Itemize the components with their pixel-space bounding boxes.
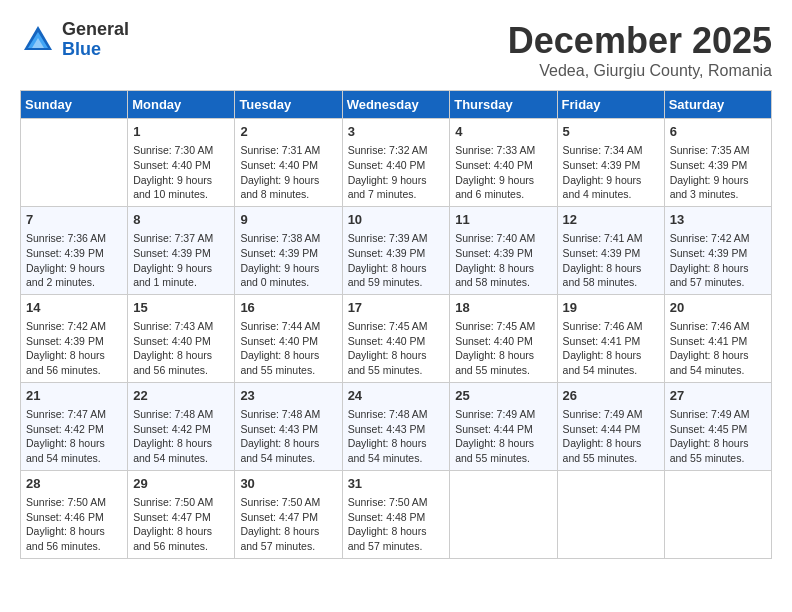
calendar-cell: 24Sunrise: 7:48 AMSunset: 4:43 PMDayligh… [342, 382, 450, 470]
calendar-body: 1Sunrise: 7:30 AMSunset: 4:40 PMDaylight… [21, 119, 772, 559]
calendar-cell [450, 470, 557, 558]
day-of-week-sunday: Sunday [21, 91, 128, 119]
calendar-cell: 21Sunrise: 7:47 AMSunset: 4:42 PMDayligh… [21, 382, 128, 470]
calendar-cell: 12Sunrise: 7:41 AMSunset: 4:39 PMDayligh… [557, 206, 664, 294]
month-title: December 2025 [508, 20, 772, 62]
day-info: Sunrise: 7:50 AMSunset: 4:47 PMDaylight:… [133, 495, 229, 554]
day-number: 13 [670, 211, 766, 229]
day-number: 15 [133, 299, 229, 317]
calendar-header: SundayMondayTuesdayWednesdayThursdayFrid… [21, 91, 772, 119]
day-info: Sunrise: 7:49 AMSunset: 4:44 PMDaylight:… [455, 407, 551, 466]
day-info: Sunrise: 7:38 AMSunset: 4:39 PMDaylight:… [240, 231, 336, 290]
calendar-cell: 10Sunrise: 7:39 AMSunset: 4:39 PMDayligh… [342, 206, 450, 294]
week-row-1: 1Sunrise: 7:30 AMSunset: 4:40 PMDaylight… [21, 119, 772, 207]
calendar-cell: 11Sunrise: 7:40 AMSunset: 4:39 PMDayligh… [450, 206, 557, 294]
day-number: 7 [26, 211, 122, 229]
day-number: 11 [455, 211, 551, 229]
day-number: 2 [240, 123, 336, 141]
day-info: Sunrise: 7:36 AMSunset: 4:39 PMDaylight:… [26, 231, 122, 290]
header-row: SundayMondayTuesdayWednesdayThursdayFrid… [21, 91, 772, 119]
calendar-cell: 8Sunrise: 7:37 AMSunset: 4:39 PMDaylight… [128, 206, 235, 294]
calendar-cell [557, 470, 664, 558]
day-info: Sunrise: 7:35 AMSunset: 4:39 PMDaylight:… [670, 143, 766, 202]
day-info: Sunrise: 7:30 AMSunset: 4:40 PMDaylight:… [133, 143, 229, 202]
day-info: Sunrise: 7:46 AMSunset: 4:41 PMDaylight:… [563, 319, 659, 378]
logo: General Blue [20, 20, 129, 60]
calendar-cell: 26Sunrise: 7:49 AMSunset: 4:44 PMDayligh… [557, 382, 664, 470]
calendar-cell: 5Sunrise: 7:34 AMSunset: 4:39 PMDaylight… [557, 119, 664, 207]
day-info: Sunrise: 7:46 AMSunset: 4:41 PMDaylight:… [670, 319, 766, 378]
calendar-cell: 18Sunrise: 7:45 AMSunset: 4:40 PMDayligh… [450, 294, 557, 382]
day-number: 24 [348, 387, 445, 405]
day-number: 20 [670, 299, 766, 317]
day-info: Sunrise: 7:48 AMSunset: 4:43 PMDaylight:… [240, 407, 336, 466]
week-row-2: 7Sunrise: 7:36 AMSunset: 4:39 PMDaylight… [21, 206, 772, 294]
day-number: 19 [563, 299, 659, 317]
week-row-4: 21Sunrise: 7:47 AMSunset: 4:42 PMDayligh… [21, 382, 772, 470]
day-number: 29 [133, 475, 229, 493]
day-info: Sunrise: 7:31 AMSunset: 4:40 PMDaylight:… [240, 143, 336, 202]
day-info: Sunrise: 7:49 AMSunset: 4:45 PMDaylight:… [670, 407, 766, 466]
calendar: SundayMondayTuesdayWednesdayThursdayFrid… [20, 90, 772, 559]
day-info: Sunrise: 7:32 AMSunset: 4:40 PMDaylight:… [348, 143, 445, 202]
calendar-cell: 23Sunrise: 7:48 AMSunset: 4:43 PMDayligh… [235, 382, 342, 470]
day-info: Sunrise: 7:37 AMSunset: 4:39 PMDaylight:… [133, 231, 229, 290]
day-number: 21 [26, 387, 122, 405]
day-number: 12 [563, 211, 659, 229]
calendar-cell: 7Sunrise: 7:36 AMSunset: 4:39 PMDaylight… [21, 206, 128, 294]
calendar-cell: 31Sunrise: 7:50 AMSunset: 4:48 PMDayligh… [342, 470, 450, 558]
day-number: 25 [455, 387, 551, 405]
day-number: 31 [348, 475, 445, 493]
day-number: 28 [26, 475, 122, 493]
location: Vedea, Giurgiu County, Romania [508, 62, 772, 80]
day-number: 23 [240, 387, 336, 405]
day-number: 8 [133, 211, 229, 229]
day-of-week-tuesday: Tuesday [235, 91, 342, 119]
day-number: 9 [240, 211, 336, 229]
day-info: Sunrise: 7:48 AMSunset: 4:43 PMDaylight:… [348, 407, 445, 466]
week-row-5: 28Sunrise: 7:50 AMSunset: 4:46 PMDayligh… [21, 470, 772, 558]
day-number: 6 [670, 123, 766, 141]
day-number: 30 [240, 475, 336, 493]
title-block: December 2025 Vedea, Giurgiu County, Rom… [508, 20, 772, 80]
calendar-cell: 30Sunrise: 7:50 AMSunset: 4:47 PMDayligh… [235, 470, 342, 558]
day-info: Sunrise: 7:42 AMSunset: 4:39 PMDaylight:… [26, 319, 122, 378]
day-info: Sunrise: 7:50 AMSunset: 4:46 PMDaylight:… [26, 495, 122, 554]
day-info: Sunrise: 7:44 AMSunset: 4:40 PMDaylight:… [240, 319, 336, 378]
calendar-cell: 1Sunrise: 7:30 AMSunset: 4:40 PMDaylight… [128, 119, 235, 207]
day-info: Sunrise: 7:39 AMSunset: 4:39 PMDaylight:… [348, 231, 445, 290]
logo-general-text: General [62, 19, 129, 39]
calendar-cell: 25Sunrise: 7:49 AMSunset: 4:44 PMDayligh… [450, 382, 557, 470]
day-number: 26 [563, 387, 659, 405]
day-info: Sunrise: 7:48 AMSunset: 4:42 PMDaylight:… [133, 407, 229, 466]
calendar-cell [664, 470, 771, 558]
calendar-cell: 9Sunrise: 7:38 AMSunset: 4:39 PMDaylight… [235, 206, 342, 294]
calendar-cell: 2Sunrise: 7:31 AMSunset: 4:40 PMDaylight… [235, 119, 342, 207]
day-of-week-wednesday: Wednesday [342, 91, 450, 119]
calendar-cell: 27Sunrise: 7:49 AMSunset: 4:45 PMDayligh… [664, 382, 771, 470]
day-of-week-friday: Friday [557, 91, 664, 119]
calendar-cell: 17Sunrise: 7:45 AMSunset: 4:40 PMDayligh… [342, 294, 450, 382]
day-info: Sunrise: 7:34 AMSunset: 4:39 PMDaylight:… [563, 143, 659, 202]
day-of-week-thursday: Thursday [450, 91, 557, 119]
day-info: Sunrise: 7:41 AMSunset: 4:39 PMDaylight:… [563, 231, 659, 290]
day-number: 18 [455, 299, 551, 317]
calendar-cell: 22Sunrise: 7:48 AMSunset: 4:42 PMDayligh… [128, 382, 235, 470]
calendar-cell: 3Sunrise: 7:32 AMSunset: 4:40 PMDaylight… [342, 119, 450, 207]
calendar-cell: 28Sunrise: 7:50 AMSunset: 4:46 PMDayligh… [21, 470, 128, 558]
day-info: Sunrise: 7:50 AMSunset: 4:47 PMDaylight:… [240, 495, 336, 554]
day-number: 10 [348, 211, 445, 229]
day-number: 17 [348, 299, 445, 317]
day-of-week-monday: Monday [128, 91, 235, 119]
day-info: Sunrise: 7:45 AMSunset: 4:40 PMDaylight:… [455, 319, 551, 378]
day-of-week-saturday: Saturday [664, 91, 771, 119]
calendar-cell: 15Sunrise: 7:43 AMSunset: 4:40 PMDayligh… [128, 294, 235, 382]
logo-icon [20, 22, 56, 58]
calendar-cell: 19Sunrise: 7:46 AMSunset: 4:41 PMDayligh… [557, 294, 664, 382]
day-number: 14 [26, 299, 122, 317]
calendar-cell: 14Sunrise: 7:42 AMSunset: 4:39 PMDayligh… [21, 294, 128, 382]
calendar-cell: 6Sunrise: 7:35 AMSunset: 4:39 PMDaylight… [664, 119, 771, 207]
day-number: 1 [133, 123, 229, 141]
day-number: 5 [563, 123, 659, 141]
day-number: 27 [670, 387, 766, 405]
